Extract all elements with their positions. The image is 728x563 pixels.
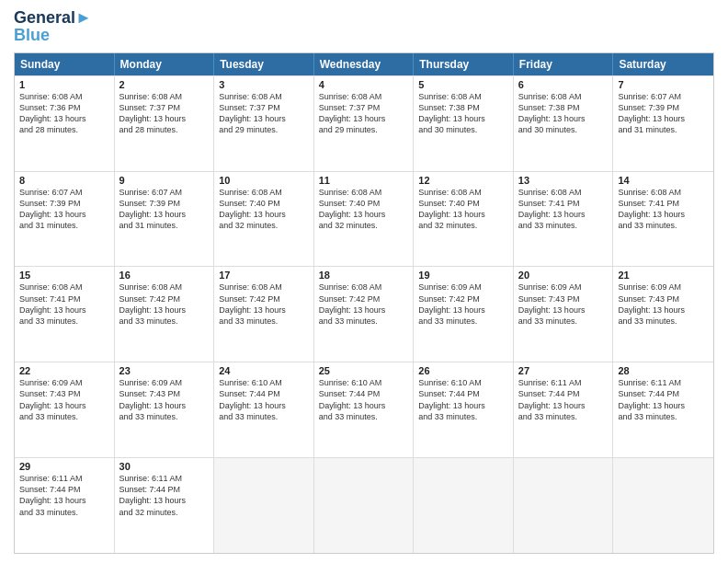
empty-cell [414,458,514,553]
header-cell-friday: Friday [514,53,614,75]
calendar-row-0: 1Sunrise: 6:08 AM Sunset: 7:36 PM Daylig… [15,75,713,171]
day-info: Sunrise: 6:08 AM Sunset: 7:41 PM Dayligh… [618,187,709,232]
day-cell-16: 16Sunrise: 6:08 AM Sunset: 7:42 PM Dayli… [115,267,215,362]
day-number: 27 [518,365,609,376]
day-number: 30 [119,461,210,472]
day-number: 29 [19,461,109,472]
day-cell-24: 24Sunrise: 6:10 AM Sunset: 7:44 PM Dayli… [214,362,314,457]
day-number: 19 [418,270,508,281]
empty-cell [314,458,415,553]
day-cell-14: 14Sunrise: 6:08 AM Sunset: 7:41 PM Dayli… [613,172,713,267]
day-info: Sunrise: 6:09 AM Sunset: 7:43 PM Dayligh… [119,377,210,422]
day-info: Sunrise: 6:08 AM Sunset: 7:37 PM Dayligh… [119,91,210,136]
day-info: Sunrise: 6:08 AM Sunset: 7:41 PM Dayligh… [19,282,109,327]
day-number: 3 [219,79,309,90]
header-cell-wednesday: Wednesday [314,53,415,75]
day-cell-10: 10Sunrise: 6:08 AM Sunset: 7:40 PM Dayli… [214,172,314,267]
day-cell-9: 9Sunrise: 6:07 AM Sunset: 7:39 PM Daylig… [115,172,215,267]
day-cell-7: 7Sunrise: 6:07 AM Sunset: 7:39 PM Daylig… [613,76,713,171]
day-cell-3: 3Sunrise: 6:08 AM Sunset: 7:37 PM Daylig… [214,76,314,171]
day-cell-13: 13Sunrise: 6:08 AM Sunset: 7:41 PM Dayli… [514,172,614,267]
day-number: 22 [19,365,109,376]
logo-line2: Blue [14,26,50,45]
day-info: Sunrise: 6:08 AM Sunset: 7:42 PM Dayligh… [119,282,210,327]
day-number: 11 [319,175,409,186]
day-info: Sunrise: 6:08 AM Sunset: 7:38 PM Dayligh… [418,91,508,136]
day-number: 17 [219,270,309,281]
day-cell-20: 20Sunrise: 6:09 AM Sunset: 7:43 PM Dayli… [514,267,614,362]
day-info: Sunrise: 6:11 AM Sunset: 7:44 PM Dayligh… [19,473,109,518]
day-number: 6 [518,79,609,90]
day-info: Sunrise: 6:09 AM Sunset: 7:43 PM Dayligh… [19,377,109,422]
day-cell-26: 26Sunrise: 6:10 AM Sunset: 7:44 PM Dayli… [414,362,514,457]
day-cell-23: 23Sunrise: 6:09 AM Sunset: 7:43 PM Dayli… [115,362,215,457]
header: General► Blue [14,9,714,45]
day-number: 20 [518,270,609,281]
day-cell-5: 5Sunrise: 6:08 AM Sunset: 7:38 PM Daylig… [414,76,514,171]
day-cell-22: 22Sunrise: 6:09 AM Sunset: 7:43 PM Dayli… [15,362,115,457]
day-number: 21 [618,270,709,281]
day-info: Sunrise: 6:08 AM Sunset: 7:40 PM Dayligh… [418,187,508,232]
day-info: Sunrise: 6:08 AM Sunset: 7:42 PM Dayligh… [319,282,409,327]
day-number: 9 [119,175,210,186]
day-number: 23 [119,365,210,376]
day-number: 8 [19,175,109,186]
day-info: Sunrise: 6:09 AM Sunset: 7:43 PM Dayligh… [618,282,709,327]
day-number: 2 [119,79,210,90]
day-info: Sunrise: 6:08 AM Sunset: 7:37 PM Dayligh… [219,91,309,136]
day-cell-6: 6Sunrise: 6:08 AM Sunset: 7:38 PM Daylig… [514,76,614,171]
day-info: Sunrise: 6:08 AM Sunset: 7:38 PM Dayligh… [518,91,609,136]
logo: General► Blue [14,9,92,45]
day-cell-27: 27Sunrise: 6:11 AM Sunset: 7:44 PM Dayli… [514,362,614,457]
day-number: 15 [19,270,109,281]
day-number: 10 [219,175,309,186]
day-cell-21: 21Sunrise: 6:09 AM Sunset: 7:43 PM Dayli… [613,267,713,362]
day-cell-2: 2Sunrise: 6:08 AM Sunset: 7:37 PM Daylig… [115,76,215,171]
day-cell-1: 1Sunrise: 6:08 AM Sunset: 7:36 PM Daylig… [15,76,115,171]
calendar: SundayMondayTuesdayWednesdayThursdayFrid… [14,52,714,554]
day-info: Sunrise: 6:09 AM Sunset: 7:42 PM Dayligh… [418,282,508,327]
header-cell-thursday: Thursday [414,53,514,75]
day-info: Sunrise: 6:10 AM Sunset: 7:44 PM Dayligh… [319,377,409,422]
calendar-header: SundayMondayTuesdayWednesdayThursdayFrid… [15,53,713,75]
calendar-body: 1Sunrise: 6:08 AM Sunset: 7:36 PM Daylig… [15,75,713,553]
empty-cell [613,458,713,553]
day-cell-28: 28Sunrise: 6:11 AM Sunset: 7:44 PM Dayli… [613,362,713,457]
day-cell-17: 17Sunrise: 6:08 AM Sunset: 7:42 PM Dayli… [214,267,314,362]
day-number: 26 [418,365,508,376]
day-number: 1 [19,79,109,90]
empty-cell [214,458,314,553]
day-info: Sunrise: 6:08 AM Sunset: 7:42 PM Dayligh… [219,282,309,327]
day-info: Sunrise: 6:11 AM Sunset: 7:44 PM Dayligh… [518,377,609,422]
day-info: Sunrise: 6:08 AM Sunset: 7:40 PM Dayligh… [319,187,409,232]
day-info: Sunrise: 6:10 AM Sunset: 7:44 PM Dayligh… [219,377,309,422]
header-cell-tuesday: Tuesday [214,53,314,75]
calendar-row-2: 15Sunrise: 6:08 AM Sunset: 7:41 PM Dayli… [15,266,713,362]
day-info: Sunrise: 6:10 AM Sunset: 7:44 PM Dayligh… [418,377,508,422]
day-number: 13 [518,175,609,186]
day-cell-29: 29Sunrise: 6:11 AM Sunset: 7:44 PM Dayli… [15,458,115,553]
header-cell-monday: Monday [115,53,215,75]
day-number: 14 [618,175,709,186]
day-cell-8: 8Sunrise: 6:07 AM Sunset: 7:39 PM Daylig… [15,172,115,267]
day-cell-11: 11Sunrise: 6:08 AM Sunset: 7:40 PM Dayli… [314,172,415,267]
day-info: Sunrise: 6:09 AM Sunset: 7:43 PM Dayligh… [518,282,609,327]
calendar-row-3: 22Sunrise: 6:09 AM Sunset: 7:43 PM Dayli… [15,362,713,457]
day-number: 16 [119,270,210,281]
day-info: Sunrise: 6:07 AM Sunset: 7:39 PM Dayligh… [618,91,709,136]
day-number: 18 [319,270,409,281]
day-info: Sunrise: 6:08 AM Sunset: 7:37 PM Dayligh… [319,91,409,136]
day-cell-15: 15Sunrise: 6:08 AM Sunset: 7:41 PM Dayli… [15,267,115,362]
calendar-row-1: 8Sunrise: 6:07 AM Sunset: 7:39 PM Daylig… [15,171,713,267]
day-cell-12: 12Sunrise: 6:08 AM Sunset: 7:40 PM Dayli… [414,172,514,267]
day-number: 28 [618,365,709,376]
day-cell-30: 30Sunrise: 6:11 AM Sunset: 7:44 PM Dayli… [115,458,215,553]
empty-cell [514,458,614,553]
day-info: Sunrise: 6:07 AM Sunset: 7:39 PM Dayligh… [119,187,210,232]
day-info: Sunrise: 6:08 AM Sunset: 7:41 PM Dayligh… [518,187,609,232]
day-cell-25: 25Sunrise: 6:10 AM Sunset: 7:44 PM Dayli… [314,362,415,457]
calendar-row-4: 29Sunrise: 6:11 AM Sunset: 7:44 PM Dayli… [15,457,713,553]
day-number: 5 [418,79,508,90]
day-info: Sunrise: 6:11 AM Sunset: 7:44 PM Dayligh… [119,473,210,518]
day-info: Sunrise: 6:08 AM Sunset: 7:40 PM Dayligh… [219,187,309,232]
